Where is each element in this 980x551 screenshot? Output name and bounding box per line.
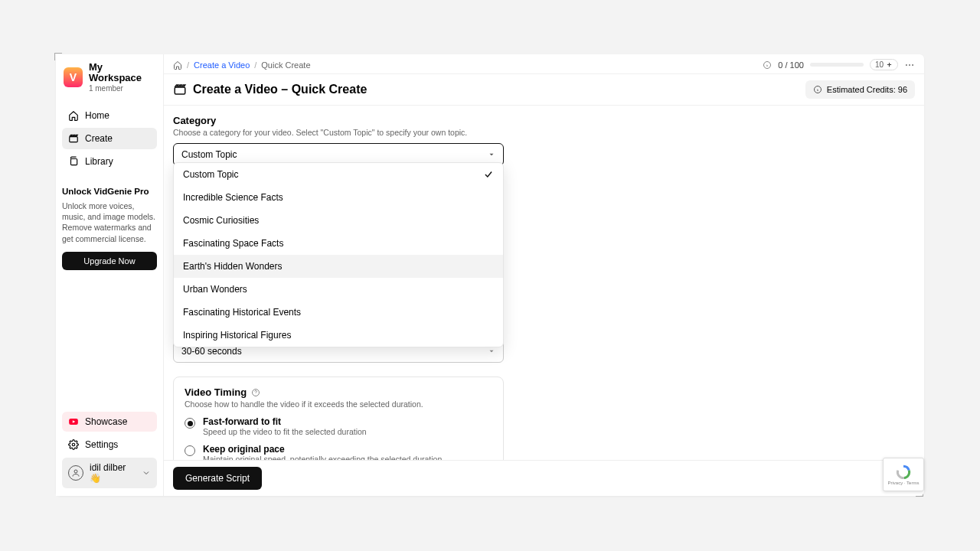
svg-point-3 [72,443,75,446]
category-option-label: Incredible Science Facts [183,192,283,203]
page-title-text: Create a Video – Quick Create [193,83,367,96]
breadcrumb-quick: Quick Create [261,60,310,70]
category-option-label: Earth's Hidden Wonders [183,261,282,272]
category-option[interactable]: Fascinating Historical Events [174,301,503,324]
upgrade-body: Unlock more voices, music, and image mod… [62,201,157,244]
showcase-label: Showcase [85,416,127,427]
svg-point-4 [74,470,77,473]
breadcrumb-separator: / [254,60,256,70]
category-option[interactable]: Fascinating Space Facts [174,232,503,255]
generate-button[interactable]: Generate Script [173,467,262,490]
category-option[interactable]: Cosmic Curiosities [174,209,503,232]
upgrade-button[interactable]: Upgrade Now [62,252,157,270]
credit-chip-value: 10 [875,60,884,69]
upgrade-card: Unlock VidGenie Pro Unlock more voices, … [62,186,157,270]
settings-label: Settings [85,439,118,450]
usage-text: 0 / 100 [778,60,804,70]
svg-point-8 [912,64,913,66]
recaptcha-terms: Terms [906,481,919,485]
sidebar: V My Workspace 1 member Home Create Libr… [56,54,163,496]
svg-rect-9 [175,87,185,94]
more-icon[interactable] [904,60,915,70]
category-label: Category [173,115,504,126]
chevron-down-icon [488,347,495,355]
category-selected: Custom Topic [181,149,237,160]
sidebar-item-create[interactable]: Create [62,128,157,149]
sidebar-item-library[interactable]: Library [62,151,157,172]
chevron-down-icon [488,151,495,158]
workspace-members: 1 member [89,84,155,93]
svg-point-6 [906,64,907,66]
breadcrumb-create[interactable]: Create a Video [194,60,250,70]
svg-rect-0 [70,136,78,142]
recaptcha-privacy: Privacy [888,481,903,485]
clapper-icon [173,83,187,96]
category-dropdown: Custom TopicIncredible Science FactsCosm… [173,162,504,347]
recaptcha-badge[interactable]: Privacy · Terms [883,458,924,491]
home-icon[interactable] [173,60,182,70]
workspace-logo: V [64,67,83,87]
sidebar-item-home[interactable]: Home [62,105,157,126]
breadcrumb-separator: / [187,60,189,70]
upgrade-title: Unlock VidGenie Pro [62,186,157,198]
timing-option-sub: Speed up the video to fit the selected d… [203,427,367,436]
main-panel: / Create a Video / Quick Create 0 / 100 … [163,54,924,496]
timing-option-sub: Maintain original speed, potentially exc… [203,455,442,460]
duration-selected: 30-60 seconds [181,346,242,357]
category-option-label: Inspiring Historical Figures [183,330,291,341]
workspace-header[interactable]: V My Workspace 1 member [62,62,157,100]
timing-title-text: Video Timing [185,386,247,398]
sidebar-item-settings[interactable]: Settings [62,435,157,455]
svg-rect-1 [71,158,77,165]
sidebar-item-label: Home [85,110,109,121]
user-menu[interactable]: idil dilber 👋 [62,458,157,488]
credit-chip[interactable]: 10 [870,59,898,70]
user-display-name: idil dilber 👋 [90,462,136,484]
svg-point-7 [909,64,910,66]
category-option[interactable]: Inspiring Historical Figures [174,324,503,347]
app-frame: V My Workspace 1 member Home Create Libr… [56,54,924,496]
usage-bar [810,63,864,67]
page-title: Create a Video – Quick Create [173,83,367,96]
titlebar: Create a Video – Quick Create Estimated … [164,74,924,106]
timing-option-label: Keep original pace [203,444,442,455]
gear-icon [68,439,79,450]
category-option[interactable]: Custom Topic [174,163,503,186]
category-option-label: Custom Topic [183,169,238,180]
category-desc: Choose a category for your video. Select… [173,128,504,137]
credits-badge[interactable]: Estimated Credits: 96 [805,80,915,99]
topbar: / Create a Video / Quick Create 0 / 100 … [164,54,924,74]
youtube-icon [68,416,79,427]
check-icon [483,169,494,180]
category-option-label: Fascinating Historical Events [183,307,301,318]
library-icon [68,156,79,167]
sidebar-item-showcase[interactable]: Showcase [62,412,157,432]
plus-icon [886,61,893,68]
form-column: Category Choose a category for your vide… [173,115,504,460]
radio-icon [185,445,195,456]
sidebar-nav: Home Create Library [62,105,157,172]
timing-desc: Choose how to handle the video if it exc… [185,399,492,409]
category-option[interactable]: Earth's Hidden Wonders [174,255,503,278]
footer: Generate Script [164,460,924,496]
category-option[interactable]: Incredible Science Facts [174,186,503,209]
help-icon[interactable] [251,388,260,397]
breadcrumb: / Create a Video / Quick Create [173,60,311,70]
home-icon [68,110,79,121]
info-icon[interactable] [763,60,772,70]
timing-option-keep[interactable]: Keep original pace Maintain original spe… [185,444,492,460]
timing-title: Video Timing [185,386,492,398]
clapper-icon [68,133,79,144]
chevron-down-icon [142,468,151,478]
category-option-label: Urban Wonders [183,284,247,295]
category-option[interactable]: Urban Wonders [174,278,503,301]
form-scroll: Category Choose a category for your vide… [164,106,924,460]
timing-option-label: Fast-forward to fit [203,416,367,427]
avatar-icon [68,465,83,481]
sidebar-item-label: Library [85,156,113,167]
info-icon [813,85,822,94]
timing-option-fast[interactable]: Fast-forward to fit Speed up the video t… [185,416,492,436]
category-option-label: Fascinating Space Facts [183,238,283,249]
radio-icon [185,418,195,429]
sidebar-item-label: Create [85,133,113,144]
